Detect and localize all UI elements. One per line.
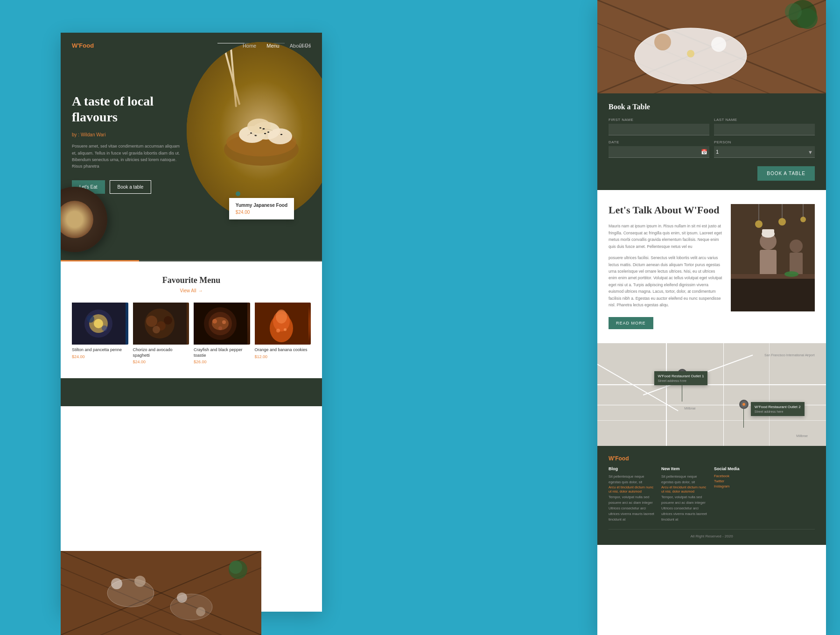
svg-point-29 [212,319,217,324]
first-name-label: FIRST NAME [609,118,709,122]
footer-new-item-desc: Sit pellentesque neque egestas quis dolo… [661,474,709,485]
svg-point-24 [153,326,160,333]
menu-item-4-name: Orange and banana cookies [255,347,311,353]
book-table-button[interactable]: BOOK A TABLE [757,166,815,181]
svg-point-49 [196,607,205,616]
menu-item-3-price: $26.00 [194,360,250,364]
menu-item-1-price: $24.00 [72,354,128,359]
svg-point-37 [284,328,287,331]
map-label-millbrae2: Millbrae [796,434,808,437]
person-select[interactable]: 1 2 3 4 [714,146,815,158]
dumpling-svg [215,84,308,177]
footer-instagram-link[interactable]: Instagram [714,484,762,488]
footer-bottom: All Right Reserved - 2020 [609,529,815,538]
svg-point-63 [785,3,802,20]
footer-logo: W'Food [609,455,815,462]
person-label: PERSON [714,140,815,144]
outlet-2-name: W'Food Restaurant Outlet 1 [658,374,704,378]
last-name-input[interactable] [714,124,815,135]
footer: W'Food Blog Sit pellentesque neque egest… [597,446,826,545]
menu-view-all[interactable]: View All → [72,288,311,293]
dining-pattern [61,551,261,635]
outlet-1-name: W'Food Restaurant Outlet 2 [755,405,801,409]
read-more-button[interactable]: READ MORE [609,317,653,329]
select-arrow-icon: ▼ [808,149,813,155]
navigation: W'Food Home Menu About Us [61,33,322,58]
svg-point-31 [218,326,222,330]
marker-dot-2 [739,400,749,409]
name-row: FIRST NAME LAST NAME [609,118,815,135]
svg-rect-79 [731,276,815,311]
kitchen-image [731,204,815,311]
progress-fill [61,260,139,261]
footer-grid: Blog Sit pellentesque neque egestas quis… [609,466,815,522]
menu-item-1-name: Stilton and pancetta penne [72,347,128,353]
first-name-input[interactable] [609,124,709,135]
svg-point-77 [790,240,803,253]
footer-col-new-item: New Item Sit pellentesque neque egestas … [661,466,709,522]
svg-point-16 [94,319,103,328]
book-hero-image [597,0,826,93]
svg-point-68 [755,220,763,228]
menu-item-4: Orange and banana cookies $12.00 [255,303,311,364]
road-v2 [723,343,724,446]
left-panel: W'Food Home Menu About Us 01/04 A taste … [61,33,322,612]
outlet-2-address: Street address here [658,379,704,382]
footer-new-item-link[interactable]: Arcu et tincidunt dictum nunc ut nisi, d… [661,485,709,494]
dark-section [61,378,322,406]
right-panel: Book a Table FIRST NAME LAST NAME DATE 📅… [597,0,826,635]
food-label-name: Yummy Japanese Food [236,203,287,208]
hero-description: Posuere amet, sed vitae condimentum accu… [72,143,184,170]
footer-col-social: Social Media Facebook Twitter Instagram [714,466,762,522]
footer-new-item-title: New Item [661,466,709,471]
footer-twitter-link[interactable]: Twitter [714,479,762,483]
svg-point-36 [276,329,280,332]
talk-content: Let's Talk About W'Food Mauris nam at ip… [609,204,723,329]
talk-image [731,204,815,311]
form-footer: BOOK A TABLE [609,162,815,181]
footer-blog-desc: Sit pellentesque neque egestas quis dolo… [609,474,657,485]
svg-point-7 [267,132,269,133]
nav-menu[interactable]: Menu [266,43,280,49]
food-dot [236,191,240,196]
svg-point-45 [170,594,212,620]
book-table-button-hero[interactable]: Book a table [110,180,152,194]
menu-grid: Stilton and pancetta penne $24.00 Choriz… [72,303,311,364]
menu-item-1-image [72,303,128,345]
map-marker-2[interactable]: W'Food Restaurant Outlet 2 Street addres… [739,400,749,409]
footer-blog-title: Blog [609,466,657,471]
footer-col-blog: Blog Sit pellentesque neque egestas quis… [609,466,657,522]
svg-point-60 [711,37,726,52]
first-name-group: FIRST NAME [609,118,709,135]
svg-rect-80 [731,274,815,279]
svg-point-23 [164,316,172,325]
footer-blog-link[interactable]: Arcu et tincidunt dictum nunc ut nisi, d… [609,485,657,494]
footer-facebook-link[interactable]: Facebook [714,474,762,478]
food-label-price: $24.00 [236,210,287,215]
person-group: PERSON 1 2 3 4 ▼ [714,140,815,158]
svg-point-51 [229,561,242,574]
current-slide: 01 [299,43,304,48]
book-form-section: Book a Table FIRST NAME LAST NAME DATE 📅… [597,93,826,190]
svg-point-30 [222,320,226,324]
svg-point-12 [280,134,282,135]
last-name-label: LAST NAME [714,118,815,122]
food-image-circle [187,42,322,219]
menu-item-1: Stilton and pancetta penne $24.00 [72,303,128,364]
map-marker-1[interactable]: W'Food Restaurant Outlet 1 Street addres… [678,369,687,378]
date-person-row: DATE 📅 PERSON 1 2 3 4 ▼ [609,140,815,158]
date-input[interactable] [609,146,709,158]
road-v1 [666,343,667,446]
footer-col-empty [767,466,815,522]
svg-point-81 [784,271,798,277]
svg-point-8 [264,133,266,134]
footer-blog-extra2: Ultrices consectetur arci ultrices viver… [609,506,657,522]
talk-body-1: Mauris nam at ipsum ipsum in. Risus null… [609,223,723,250]
map-label-sf: San Francisco International Airport [764,353,814,357]
marker-dot-inner-2 [742,403,745,406]
nav-home[interactable]: Home [243,43,256,49]
road-h3 [597,420,826,421]
book-form-title: Book a Table [609,103,815,111]
svg-point-35 [276,310,287,324]
talk-body-2: posuere ultrices facilisi. Senectus veli… [609,254,723,309]
